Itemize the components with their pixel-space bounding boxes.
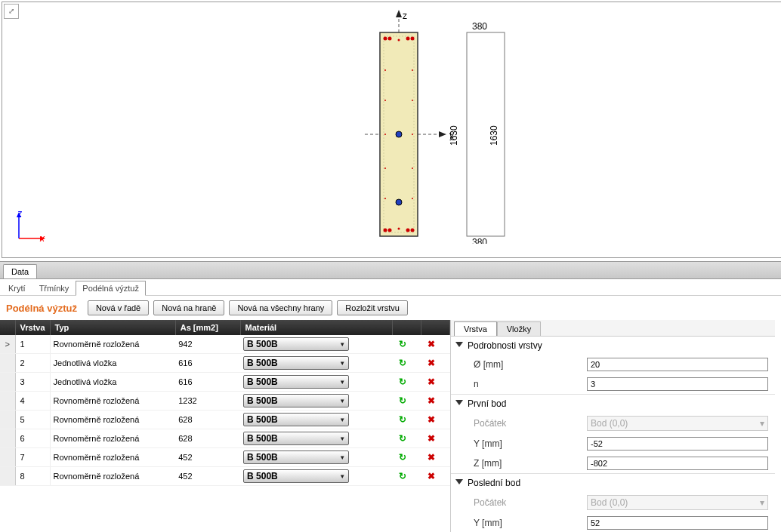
- prop-diameter-input[interactable]: [587, 358, 768, 371]
- delete-icon[interactable]: ✖: [424, 337, 438, 351]
- cell-as: 628: [175, 429, 240, 448]
- cell-refresh: ↻: [392, 335, 421, 354]
- first-z-input[interactable]: [587, 457, 768, 470]
- prop-diameter-label: Ø [mm]: [474, 359, 587, 370]
- sub-tabbar: Krytí Třmínky Podélná výztuž: [0, 279, 781, 296]
- material-select[interactable]: B 500B▼: [243, 375, 349, 389]
- group-firstpoint-header[interactable]: První bod: [451, 395, 775, 413]
- row-selector[interactable]: [0, 467, 15, 486]
- first-z-label: Z [mm]: [474, 458, 587, 469]
- first-y-label: Y [mm]: [474, 438, 587, 449]
- delete-icon[interactable]: ✖: [424, 394, 438, 407]
- refresh-icon[interactable]: ↻: [396, 394, 409, 407]
- svg-point-7: [388, 37, 392, 41]
- row-selector[interactable]: [0, 373, 15, 392]
- last-y-input[interactable]: [587, 516, 768, 530]
- material-select[interactable]: B 500B▼: [243, 394, 349, 407]
- table-row[interactable]: 7Rovnoměrně rozložená452B 500B▼↻✖: [0, 448, 450, 467]
- cell-delete: ✖: [421, 448, 449, 467]
- expand-viewport-button[interactable]: ⤢: [4, 4, 19, 19]
- cell-delete: ✖: [421, 429, 449, 448]
- group-firstpoint-title: První bod: [468, 398, 506, 409]
- material-select[interactable]: B 500B▼: [243, 337, 349, 351]
- group-lastpoint-title: Poslední bod: [468, 478, 520, 488]
- row-selector[interactable]: [0, 429, 15, 448]
- right-tab-vlozky[interactable]: Vložky: [497, 321, 541, 336]
- col-type: Typ: [50, 320, 175, 335]
- col-as: As [mm2]: [175, 320, 240, 335]
- row-selector[interactable]: [0, 448, 15, 467]
- refresh-icon[interactable]: ↻: [396, 356, 409, 370]
- table-row[interactable]: 4Rovnoměrně rozložená1232B 500B▼↻✖: [0, 392, 450, 411]
- material-select[interactable]: B 500B▼: [243, 432, 349, 445]
- cross-section-figure: z y: [365, 10, 554, 246]
- table-row[interactable]: 2Jednotlivá vložka616B 500B▼↻✖: [0, 354, 450, 373]
- svg-point-8: [406, 37, 410, 41]
- group-lastpoint-header[interactable]: Poslední bod: [451, 474, 775, 492]
- right-tab-vrstva[interactable]: Vrstva: [454, 321, 497, 336]
- row-selector[interactable]: [0, 354, 15, 373]
- tab-data[interactable]: Data: [3, 264, 37, 278]
- sub-tab-trminky[interactable]: Třmínky: [32, 281, 76, 295]
- cell-as: 452: [175, 467, 240, 486]
- cell-layer: 3: [15, 373, 50, 392]
- material-select[interactable]: B 500B▼: [243, 469, 349, 483]
- material-select[interactable]: B 500B▼: [243, 356, 349, 370]
- new-on-edge-button[interactable]: Nová na hraně: [153, 300, 224, 315]
- group-details-header[interactable]: Podrobnosti vrstvy: [451, 337, 775, 355]
- explode-layer-button[interactable]: Rozložit vrstvu: [337, 300, 408, 315]
- table-row[interactable]: 5Rovnoměrně rozložená628B 500B▼↻✖: [0, 411, 450, 429]
- row-selector[interactable]: >: [0, 335, 15, 354]
- cell-layer: 1: [15, 335, 50, 354]
- sub-tab-podelna[interactable]: Podélná výztuž: [76, 281, 146, 296]
- delete-icon[interactable]: ✖: [424, 469, 438, 483]
- material-select[interactable]: B 500B▼: [243, 413, 349, 426]
- reinforcement-toolbar: Podélná výztuž Nová v řadě Nová na hraně…: [0, 296, 781, 320]
- delete-icon[interactable]: ✖: [424, 413, 438, 426]
- row-selector[interactable]: [0, 392, 15, 411]
- refresh-icon[interactable]: ↻: [396, 469, 409, 483]
- new-on-all-edges-button[interactable]: Nová na všechny hrany: [229, 300, 332, 315]
- table-row[interactable]: 8Rovnoměrně rozložená452B 500B▼↻✖: [0, 467, 450, 486]
- first-y-input[interactable]: [587, 437, 768, 451]
- delete-icon[interactable]: ✖: [424, 356, 438, 370]
- svg-point-6: [384, 37, 387, 41]
- refresh-icon[interactable]: ↻: [396, 432, 409, 445]
- svg-point-15: [398, 228, 400, 230]
- row-selector[interactable]: [0, 411, 15, 429]
- cell-as: 628: [175, 411, 240, 429]
- delete-icon[interactable]: ✖: [424, 375, 438, 389]
- refresh-icon[interactable]: ↻: [396, 337, 409, 351]
- material-select[interactable]: B 500B▼: [243, 451, 349, 464]
- delete-icon[interactable]: ✖: [424, 451, 438, 464]
- viewport-3d[interactable]: ⤢ z y: [2, 2, 781, 258]
- gizmo-z-label: z: [17, 208, 22, 219]
- table-row[interactable]: 6Rovnoměrně rozložená628B 500B▼↻✖: [0, 429, 450, 448]
- delete-icon[interactable]: ✖: [424, 432, 438, 445]
- new-in-row-button[interactable]: Nová v řadě: [88, 300, 149, 315]
- table-row[interactable]: >1Rovnoměrně rozložená942B 500B▼↻✖: [0, 335, 450, 354]
- svg-point-27: [396, 199, 402, 205]
- refresh-icon[interactable]: ↻: [396, 375, 409, 389]
- svg-marker-35: [455, 479, 463, 484]
- refresh-icon[interactable]: ↻: [396, 413, 409, 426]
- cell-refresh: ↻: [392, 411, 421, 429]
- refresh-icon[interactable]: ↻: [396, 451, 409, 464]
- cell-material: B 500B▼: [240, 354, 392, 373]
- table-row[interactable]: 3Jednotlivá vložka616B 500B▼↻✖: [0, 373, 450, 392]
- cell-layer: 6: [15, 429, 50, 448]
- cell-as: 1232: [175, 392, 240, 411]
- svg-point-17: [412, 69, 413, 71]
- corner-axes-gizmo: z x: [11, 208, 57, 250]
- cell-refresh: ↻: [392, 392, 421, 411]
- cell-as: 616: [175, 373, 240, 392]
- main-tabbar: Data: [0, 261, 781, 279]
- cell-layer: 5: [15, 411, 50, 429]
- cell-refresh: ↻: [392, 429, 421, 448]
- prop-n-input[interactable]: [587, 377, 768, 391]
- cell-delete: ✖: [421, 354, 449, 373]
- svg-point-12: [388, 229, 392, 232]
- svg-point-10: [398, 39, 400, 42]
- sub-tab-kryti[interactable]: Krytí: [2, 281, 32, 295]
- dim-bottom: 380: [472, 237, 487, 244]
